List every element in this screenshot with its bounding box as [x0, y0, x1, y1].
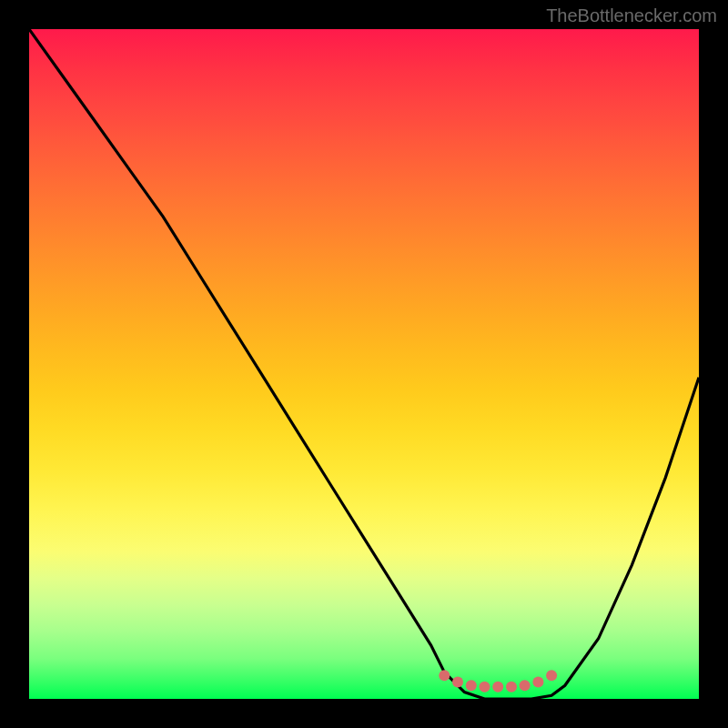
highlight-dot — [466, 680, 477, 691]
highlight-dot — [546, 670, 557, 681]
highlight-dot — [452, 677, 463, 688]
highlight-dot — [480, 682, 490, 693]
highlight-dot — [532, 677, 543, 688]
highlight-dot — [520, 680, 531, 691]
highlight-dot — [439, 670, 450, 681]
highlight-dots-group — [439, 670, 557, 693]
highlight-dot — [492, 682, 503, 693]
chart-svg — [29, 29, 699, 699]
bottleneck-curve — [29, 29, 699, 699]
highlight-dot — [506, 682, 517, 693]
plot-area — [29, 29, 699, 699]
attribution-text: TheBottlenecker.com — [546, 5, 717, 26]
